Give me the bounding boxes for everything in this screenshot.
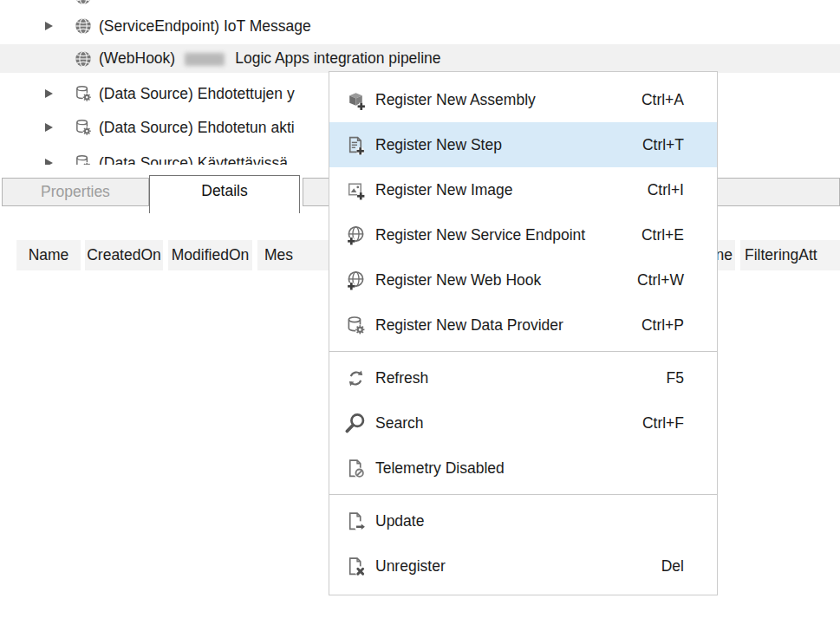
- tab-properties[interactable]: Properties: [2, 178, 149, 206]
- tab-details[interactable]: Details: [149, 175, 300, 213]
- menu-item-register-new-web-hook[interactable]: Register New Web Hook Ctrl+W: [329, 257, 717, 302]
- column-header-createdon[interactable]: CreatedOn: [85, 240, 163, 270]
- tree-row-label: (Data Source) Ehdotettujen y: [99, 85, 295, 103]
- globe-icon: [74, 16, 93, 36]
- menu-item-shortcut: Ctrl+E: [641, 226, 684, 244]
- step-plus-icon: [344, 133, 368, 157]
- column-header-name[interactable]: Name: [16, 240, 81, 270]
- expander-arrow-icon[interactable]: [45, 89, 53, 98]
- menu-item-refresh[interactable]: Refresh F5: [329, 355, 717, 400]
- menu-item-shortcut: Ctrl+F: [642, 414, 684, 433]
- menu-item-search[interactable]: Search Ctrl+F: [329, 400, 717, 446]
- menu-item-label: Register New Assembly: [375, 91, 536, 109]
- expander-arrow-icon[interactable]: [45, 22, 53, 30]
- menu-item-label: Telemetry Disabled: [375, 459, 505, 478]
- globe-icon: [74, 49, 93, 68]
- menu-item-update[interactable]: Update: [329, 498, 717, 543]
- menu-item-shortcut: Ctrl+A: [641, 91, 684, 109]
- refresh-icon: [344, 367, 368, 390]
- tree-row-label: (Data Source) Ehdotetun akti: [99, 119, 295, 137]
- menu-item-shortcut: Ctrl+W: [637, 271, 684, 289]
- search-icon: [344, 412, 368, 435]
- tree-row-serviceendpoint[interactable]: (ServiceEndpoint) IoT Message: [0, 11, 840, 41]
- menu-item-label: Unregister: [375, 557, 446, 576]
- menu-item-label: Search: [375, 414, 423, 433]
- tree-row-webhook-selected[interactable]: (WebHook) Logic Apps integration pipelin…: [0, 44, 840, 73]
- tab-label: Details: [201, 182, 248, 200]
- datasource-gear-icon: [74, 118, 93, 137]
- menu-item-shortcut: Del: [661, 557, 684, 576]
- expander-arrow-icon[interactable]: [45, 123, 53, 132]
- menu-item-label: Register New Service Endpoint: [375, 226, 585, 244]
- datasource-gear-icon: [344, 314, 368, 337]
- menu-item-register-new-assembly[interactable]: Register New Assembly Ctrl+A: [329, 77, 717, 122]
- menu-item-label: Update: [375, 512, 424, 530]
- context-menu: Register New Assembly Ctrl+A Register Ne…: [329, 71, 718, 595]
- globe-plus-icon: [344, 269, 368, 292]
- tree-row-partial[interactable]: [0, 0, 840, 11]
- menu-item-label: Refresh: [375, 369, 428, 387]
- menu-separator: [329, 351, 717, 352]
- menu-item-shortcut: Ctrl+P: [641, 316, 684, 335]
- tree-row-label: (ServiceEndpoint) IoT Message: [99, 17, 311, 36]
- menu-item-unregister[interactable]: Unregister Del: [329, 543, 717, 589]
- menu-item-label: Register New Data Provider: [375, 316, 563, 335]
- menu-item-shortcut: Ctrl+I: [648, 181, 684, 199]
- datasource-gear-icon: [74, 153, 93, 165]
- column-header-modifiedon[interactable]: ModifiedOn: [168, 240, 252, 270]
- document-blocked-icon: [344, 457, 368, 480]
- globe-icon: [74, 0, 93, 6]
- menu-item-register-new-image[interactable]: Register New Image Ctrl+I: [329, 167, 717, 212]
- menu-item-label: Register New Step: [375, 136, 502, 154]
- assembly-plus-icon: [344, 88, 368, 112]
- menu-item-register-new-data-provider[interactable]: Register New Data Provider Ctrl+P: [329, 302, 717, 348]
- tree-row-label: (Data Source) Käytettävissä: [99, 154, 288, 166]
- expander-arrow-icon[interactable]: [45, 159, 53, 166]
- column-header-filteringattributes-clipped[interactable]: FilteringAtt: [740, 240, 840, 270]
- datasource-gear-icon: [74, 84, 93, 103]
- image-plus-icon: [344, 179, 368, 202]
- menu-item-register-new-service-endpoint[interactable]: Register New Service Endpoint Ctrl+E: [329, 212, 717, 257]
- menu-separator: [329, 494, 717, 495]
- document-arrow-icon: [344, 510, 368, 533]
- tree-row-label-suffix: Logic Apps integration pipeline: [235, 49, 440, 68]
- menu-item-shortcut: Ctrl+T: [642, 136, 684, 154]
- tree-row-label-prefix: (WebHook): [99, 49, 175, 68]
- tab-label: Properties: [41, 183, 110, 201]
- menu-item-register-new-step[interactable]: Register New Step Ctrl+T: [329, 122, 717, 167]
- document-x-icon: [344, 555, 368, 578]
- menu-item-label: Register New Web Hook: [375, 271, 541, 289]
- menu-item-shortcut: F5: [667, 369, 684, 387]
- menu-item-label: Register New Image: [375, 181, 513, 199]
- globe-plus-icon: [344, 224, 368, 247]
- redacted-text-block: [185, 53, 225, 66]
- menu-item-telemetry-disabled[interactable]: Telemetry Disabled: [329, 446, 717, 491]
